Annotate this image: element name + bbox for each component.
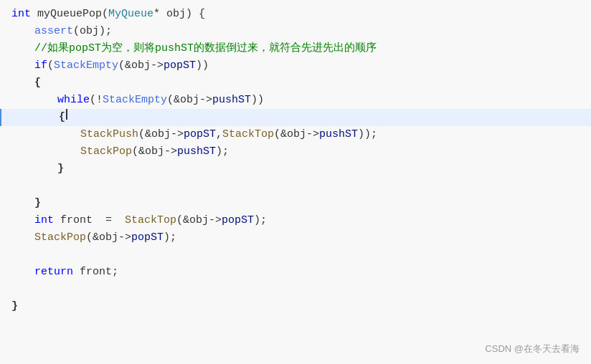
code-line-10: } xyxy=(0,161,591,178)
code-line-16: return front; xyxy=(0,264,591,281)
code-line-13: int front = StackTop(&obj->popST); xyxy=(0,212,591,229)
code-line-6: while(!StackEmpty(&obj->pushST)) xyxy=(0,92,591,109)
code-line-4: if(StackEmpty(&obj->popST)) xyxy=(0,57,591,75)
code-line-3: //如果popST为空，则将pushST的数据倒过来，就符合先进先出的顺序 xyxy=(0,40,591,57)
watermark: CSDN @在冬天去看海 xyxy=(485,342,580,357)
code-line-11 xyxy=(0,178,591,195)
code-line-9: StackPop(&obj->pushST); xyxy=(0,143,591,161)
code-line-5: { xyxy=(0,75,591,92)
code-line-7: { xyxy=(0,109,591,126)
code-line-8: StackPush(&obj->popST,StackTop(&obj->pus… xyxy=(0,126,591,143)
code-line-15 xyxy=(0,246,591,264)
code-line-2: assert(obj); xyxy=(0,23,591,40)
code-line-14: StackPop(&obj->popST); xyxy=(0,229,591,246)
text-cursor xyxy=(66,109,67,120)
code-line-12: } xyxy=(0,195,591,212)
keyword-int: int xyxy=(11,6,31,23)
code-editor: int myQueuePop(MyQueue* obj) { assert(ob… xyxy=(0,0,591,364)
code-line-1: int myQueuePop(MyQueue* obj) { xyxy=(0,6,591,23)
code-line-18: } xyxy=(0,298,591,315)
code-line-17 xyxy=(0,281,591,298)
